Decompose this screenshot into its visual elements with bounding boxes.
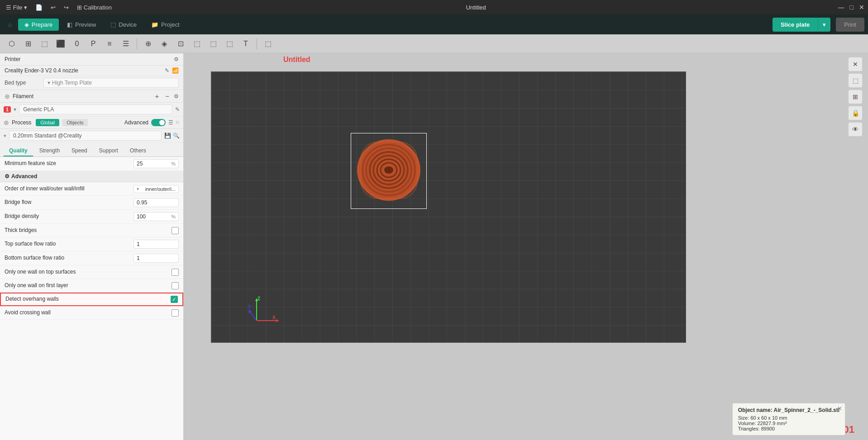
profile-save-icon[interactable]: 💾 bbox=[164, 132, 171, 139]
bed-type-dropdown[interactable]: ▾ High Temp Plate bbox=[43, 78, 179, 88]
svg-marker-15 bbox=[248, 309, 252, 313]
print-btn[interactable]: Print bbox=[836, 18, 864, 32]
profile-select[interactable]: 0.20mm Standard @Creality bbox=[9, 131, 162, 141]
info-volume-row: Volume: 22827.9 mm³ bbox=[738, 421, 839, 426]
toolbar-layers-btn[interactable]: ≡ bbox=[102, 37, 117, 51]
preview-tab[interactable]: ◧ Preview bbox=[61, 19, 102, 31]
filament-remove-btn[interactable]: − bbox=[163, 92, 171, 100]
tab-support[interactable]: Support bbox=[94, 146, 124, 156]
one-wall-first-checkbox[interactable] bbox=[172, 282, 179, 289]
avoid-crossing-checkbox[interactable] bbox=[172, 309, 179, 317]
new-file-btn[interactable]: 📄 bbox=[33, 3, 45, 12]
bridge-density-value[interactable]: 100 % bbox=[134, 212, 179, 221]
slice-plate-btn[interactable]: Slice plate bbox=[773, 18, 818, 32]
tab-quality[interactable]: Quality bbox=[4, 146, 33, 156]
bed-type-label: Bed type bbox=[5, 80, 41, 86]
slice-btn-group: Slice plate ▾ bbox=[773, 18, 830, 32]
process-global-tab[interactable]: Global bbox=[36, 119, 59, 126]
tab-speed[interactable]: Speed bbox=[66, 146, 93, 156]
device-label: Device bbox=[119, 21, 137, 28]
process-stack-icon: ⊛ bbox=[4, 119, 9, 126]
info-size-row: Size: 60 x 60 x 10 mm bbox=[738, 415, 839, 421]
toolbar-arrange-btn[interactable]: ⬡ bbox=[5, 37, 19, 51]
tab-strength[interactable]: Strength bbox=[34, 146, 65, 156]
printer-wifi-icon[interactable]: 📶 bbox=[172, 67, 179, 74]
maximize-btn[interactable]: □ bbox=[850, 4, 854, 11]
viewport-grid-icon[interactable]: ⊞ bbox=[848, 90, 863, 104]
tab-others[interactable]: Others bbox=[124, 146, 152, 156]
toolbar-square-btn[interactable]: ⬛ bbox=[53, 37, 68, 51]
toolbar-paint-btn[interactable]: ◈ bbox=[157, 37, 172, 51]
viewport-lock-icon[interactable]: 🔒 bbox=[848, 106, 863, 120]
toolbar-zero-btn[interactable]: 0 bbox=[70, 37, 84, 51]
size-value: 60 x 60 x 10 mm bbox=[750, 415, 787, 421]
wall-order-value[interactable]: ▾ inner/outer/i... bbox=[134, 185, 179, 193]
close-btn[interactable]: ✕ bbox=[859, 4, 864, 11]
advanced-section-header: ⚙ Advanced bbox=[0, 171, 183, 182]
bottom-surface-flow-value[interactable]: 1 bbox=[134, 254, 179, 263]
slice-dropdown-btn[interactable]: ▾ bbox=[818, 18, 830, 32]
volume-label: Volume: bbox=[738, 421, 756, 426]
toolbar-text-btn[interactable]: T bbox=[238, 37, 253, 51]
profile-dropdown-arrow: ▾ bbox=[4, 133, 6, 139]
toolbar-menu-btn[interactable]: ☰ bbox=[119, 37, 133, 51]
toolbar-grid-btn[interactable]: ⊞ bbox=[21, 37, 35, 51]
filament-add-btn[interactable]: + bbox=[153, 92, 161, 100]
toolbar-orient-btn[interactable]: ⬚ bbox=[37, 37, 52, 51]
process-objects-tab[interactable]: Objects bbox=[62, 119, 88, 126]
toolbar-slice-btn[interactable]: ⬚ bbox=[190, 37, 204, 51]
undo-btn[interactable]: ↩ bbox=[48, 3, 58, 12]
device-icon: ⬚ bbox=[110, 21, 116, 28]
bridge-density-label: Bridge density bbox=[5, 213, 134, 220]
profile-search-icon[interactable]: 🔍 bbox=[173, 132, 180, 139]
canvas-area[interactable]: X Y Z Untitled 01 ✕ ⬚ ⊞ 🔒 👁 ✕ Object nam… bbox=[184, 53, 868, 440]
triangles-label: Triangles: bbox=[738, 426, 760, 431]
printer-row: Creality Ender-3 V2 0.4 nozzle ✎ 📶 bbox=[0, 66, 183, 76]
toolbar-network-btn[interactable]: ⬚ bbox=[261, 37, 275, 51]
toolbar-separator-1 bbox=[137, 38, 137, 49]
toolbar-select-btn[interactable]: ⊡ bbox=[173, 37, 188, 51]
advanced-section-title: Advanced bbox=[11, 173, 37, 180]
viewport-eye-icon[interactable]: 👁 bbox=[848, 122, 863, 137]
thick-bridges-label: Thick bridges bbox=[5, 227, 172, 234]
filament-gear-icon[interactable]: ⚙ bbox=[174, 93, 179, 99]
3d-model[interactable] bbox=[354, 135, 424, 205]
redo-btn[interactable]: ↪ bbox=[62, 3, 71, 12]
process-extra-icon[interactable]: ⁙ bbox=[175, 119, 180, 126]
bridge-flow-num: 0.95 bbox=[137, 199, 147, 206]
avoid-crossing-label: Avoid crossing wall bbox=[5, 309, 172, 317]
toolbar-move-btn[interactable]: ⊕ bbox=[141, 37, 155, 51]
filament-name[interactable]: Generic PLA bbox=[19, 104, 172, 114]
top-surface-flow-value[interactable]: 1 bbox=[134, 240, 179, 249]
info-panel-close-btn[interactable]: ✕ bbox=[837, 405, 842, 412]
thick-bridges-checkbox[interactable] bbox=[172, 227, 179, 234]
toolbar-support-btn[interactable]: ⬚ bbox=[206, 37, 220, 51]
process-list-icon[interactable]: ☰ bbox=[168, 119, 173, 126]
detect-overhang-checkbox[interactable]: ✓ bbox=[171, 296, 178, 303]
hamburger-icon: ☰ bbox=[6, 4, 11, 11]
filament-edit-icon[interactable]: ✎ bbox=[175, 106, 180, 113]
project-tab[interactable]: 📁 Project bbox=[145, 19, 186, 31]
toolbar-p-btn[interactable]: P bbox=[86, 37, 100, 51]
printer-section-header: Printer ⚙ bbox=[0, 53, 183, 66]
printer-edit-icon[interactable]: ✎ bbox=[165, 67, 169, 74]
viewport-close-icon[interactable]: ✕ bbox=[848, 57, 863, 71]
bridge-flow-value[interactable]: 0.95 bbox=[134, 198, 179, 207]
setting-one-wall-top: Only one wall on top surfaces bbox=[0, 265, 183, 279]
minimize-btn[interactable]: — bbox=[838, 4, 844, 11]
toolbar-box-btn[interactable]: ⬚ bbox=[222, 37, 237, 51]
min-feature-size-value[interactable]: 25 % bbox=[134, 159, 179, 168]
volume-value: 22827.9 mm³ bbox=[758, 421, 787, 426]
printer-section-label: Printer bbox=[5, 56, 20, 62]
bridge-density-num: 100 bbox=[137, 213, 146, 220]
info-object-name: Object name: Air_Spinner_2_-_Solid.stl bbox=[738, 407, 839, 413]
prepare-tab[interactable]: ◈ Prepare bbox=[18, 19, 59, 31]
calibration-btn[interactable]: ⊞ Calibration bbox=[75, 3, 114, 12]
printer-gear-icon[interactable]: ⚙ bbox=[174, 56, 179, 62]
viewport-image-icon[interactable]: ⬚ bbox=[848, 73, 863, 88]
one-wall-top-checkbox[interactable] bbox=[172, 269, 179, 276]
device-tab[interactable]: ⬚ Device bbox=[104, 19, 143, 31]
advanced-toggle[interactable] bbox=[151, 119, 166, 126]
menu-file-btn[interactable]: ☰ File ▾ bbox=[4, 3, 29, 12]
home-btn[interactable]: ⌂ bbox=[4, 19, 16, 31]
